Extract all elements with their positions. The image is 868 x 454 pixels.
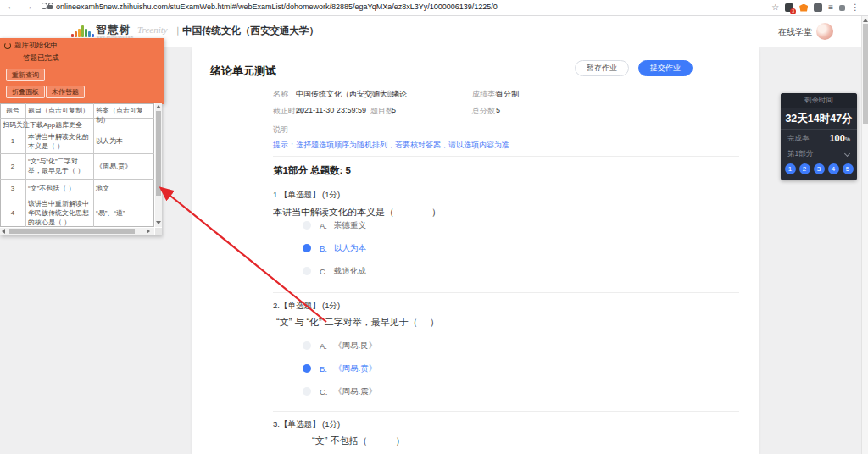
table-notice-row[interactable]: 扫码关注下载App题库更全 (0, 119, 154, 132)
requery-button[interactable]: 重新查询 (6, 69, 45, 81)
radio-selected-icon[interactable] (303, 244, 311, 252)
remaining-time-value: 32天14时47分 (781, 108, 857, 130)
course-title: 中国传统文化（西安交通大学） (182, 25, 319, 37)
row-2-question[interactable]: “文”与“化”二字对举，最早见于（ ） (25, 156, 93, 178)
scroll-up-icon[interactable] (156, 105, 161, 108)
extension-badge: 3 (790, 8, 796, 14)
question-3-stem: “文” 不包括（ ） (312, 435, 404, 447)
scroll-right-icon[interactable] (147, 229, 150, 234)
table-horizontal-scrollbar[interactable] (0, 228, 154, 235)
browser-nav-buttons: ← → (7, 1, 47, 11)
radio-icon[interactable] (303, 387, 311, 396)
collapse-panel-button[interactable]: 折叠面板 (6, 86, 45, 98)
address-bar[interactable]: onlineexamh5new.zhihuishu.com/stuExamWeb… (47, 3, 726, 11)
extension-icon-dark[interactable] (814, 3, 822, 12)
description-label: 说明 (273, 125, 288, 136)
list-extension-icon[interactable]: ≡ (828, 3, 833, 12)
row-2-answer[interactable]: 《周易.贲》 (93, 161, 154, 174)
chevron-down-icon (844, 151, 850, 157)
table-vertical-scrollbar[interactable] (155, 103, 162, 227)
row-4-answer[interactable]: “易”、“道” (93, 208, 154, 220)
question-nav-2[interactable]: 2 (799, 163, 810, 174)
question-3-header: 3.【单选题】 (1分) (273, 419, 340, 430)
completion-value: 100% (829, 130, 850, 148)
loading-spinner-icon (4, 42, 11, 49)
unanswered-button[interactable]: 未作答题 (46, 86, 85, 98)
question-nav-4[interactable]: 4 (828, 163, 839, 174)
row-3-question[interactable]: “文”不包括（ ） (25, 183, 93, 196)
helper-done-text: 答题已完成 (23, 53, 59, 64)
online-school-link[interactable]: 在线学堂 (778, 26, 812, 38)
option-text: 以人为本 (334, 243, 366, 254)
padlock-icon (47, 5, 53, 9)
row-3-no: 3 (0, 183, 25, 196)
completion-label: 完成率 (787, 134, 810, 142)
zhihuishu-logo-bars-icon[interactable] (71, 24, 94, 37)
url-text[interactable]: onlineexamh5new.zhihuishu.com/stuExamWeb… (56, 3, 498, 11)
row-3-answer[interactable]: 地文 (93, 183, 154, 196)
row-4-question[interactable]: 该讲当中重新解读中华民族传统文化思想的核心是（ ） (25, 198, 93, 229)
browser-menu-icon[interactable]: ⋮ (851, 3, 860, 12)
question-2-option-c[interactable]: C. 《周易.震》 (303, 385, 376, 398)
answer-table: 题号 题目（点击可复制） 答案（点击可复制） 扫码关注下载App题库更全 1 本… (0, 103, 162, 235)
col-header-question: 题目（点击可复制） (25, 105, 93, 118)
question-1-header: 1.【单选题】 (1分) (273, 190, 340, 201)
radio-icon[interactable] (303, 267, 311, 275)
question-2-option-a[interactable]: A. 《周易.艮》 (303, 339, 376, 352)
question-nav-3[interactable]: 3 (814, 163, 825, 174)
row-1-question[interactable]: 本讲当中解读文化的本义是（ ） (25, 131, 93, 153)
radio-icon[interactable] (303, 341, 311, 350)
small-extension-icon[interactable] (839, 5, 845, 11)
completion-row: 完成率 100% (781, 130, 857, 147)
scroll-down-icon[interactable] (156, 221, 161, 224)
question-bank-helper-panel: 题库初始化中 答题已完成 重新查询 折叠面板 未作答题 (0, 38, 164, 104)
meta-score-value: 5 (496, 106, 500, 114)
question-1-stem: 本讲当中解读文化的本义是（ ） (273, 206, 441, 219)
question-2-stem: “文” 与 “化” 二字对举，最早见于（ ） (276, 316, 439, 329)
horizontal-scroll-thumb[interactable] (9, 229, 135, 234)
option-key: B. (320, 244, 331, 253)
question-nav-5[interactable]: 5 (843, 163, 854, 174)
browser-toolbar-icons: ☆ 3 ≡ ⋮ (771, 2, 860, 14)
bookmark-star-icon[interactable]: ☆ (771, 3, 779, 12)
divider (273, 292, 739, 293)
radio-selected-icon[interactable] (303, 364, 311, 373)
question-1-option-a[interactable]: A. 崇德重义 (303, 219, 366, 232)
submit-button[interactable]: 提交作业 (638, 60, 693, 76)
metamask-fox-icon[interactable] (799, 4, 808, 12)
browser-chrome: ← → onlineexamh5new.zhihuishu.com/stuExa… (0, 0, 868, 16)
save-draft-button[interactable]: 暂存作业 (575, 60, 629, 76)
meta-grade-value: 百分制 (496, 89, 519, 100)
screen: ← → onlineexamh5new.zhihuishu.com/stuExa… (0, 0, 868, 454)
option-key: A. (320, 341, 331, 351)
option-key: C. (320, 267, 331, 276)
vertical-scroll-thumb[interactable] (156, 111, 161, 196)
remaining-time-label: 剩余时间 (781, 93, 857, 108)
page-scroll-thumb[interactable] (863, 24, 868, 124)
option-text: 崇德重义 (334, 220, 366, 231)
page-scrollbar[interactable] (861, 16, 868, 454)
meta-chapter-value: 绪论 (392, 89, 407, 100)
user-avatar[interactable] (816, 23, 833, 40)
question-nav-1[interactable]: 1 (785, 163, 796, 174)
question-2-option-b[interactable]: B. 《周易.贲》 (303, 362, 376, 375)
question-1-option-c[interactable]: C. 载道化成 (303, 264, 366, 278)
forward-icon[interactable]: → (24, 1, 33, 11)
question-number-nav: 1 2 3 4 5 (781, 161, 857, 174)
row-1-no: 1 (0, 136, 25, 148)
divider (273, 156, 739, 157)
part-selector[interactable]: 第1部分 (781, 147, 857, 161)
reload-icon[interactable] (41, 3, 47, 9)
option-text: 载道化成 (334, 266, 366, 277)
extension-icon-badged[interactable]: 3 (785, 3, 793, 12)
question-1-option-b[interactable]: B. 以人为本 (303, 241, 366, 255)
scroll-left-icon[interactable] (2, 229, 5, 234)
row-1-answer[interactable]: 以人为本 (93, 136, 154, 148)
radio-icon[interactable] (303, 221, 311, 230)
meta-name-label: 名称 (273, 89, 288, 100)
meta-deadline-value: 2021-11-30 23:59:59 (296, 106, 366, 114)
page-scroll-up-icon[interactable] (863, 19, 868, 22)
option-text: 《周易.艮》 (334, 340, 376, 352)
back-icon[interactable]: ← (7, 1, 16, 11)
percent-sign: % (845, 136, 850, 142)
